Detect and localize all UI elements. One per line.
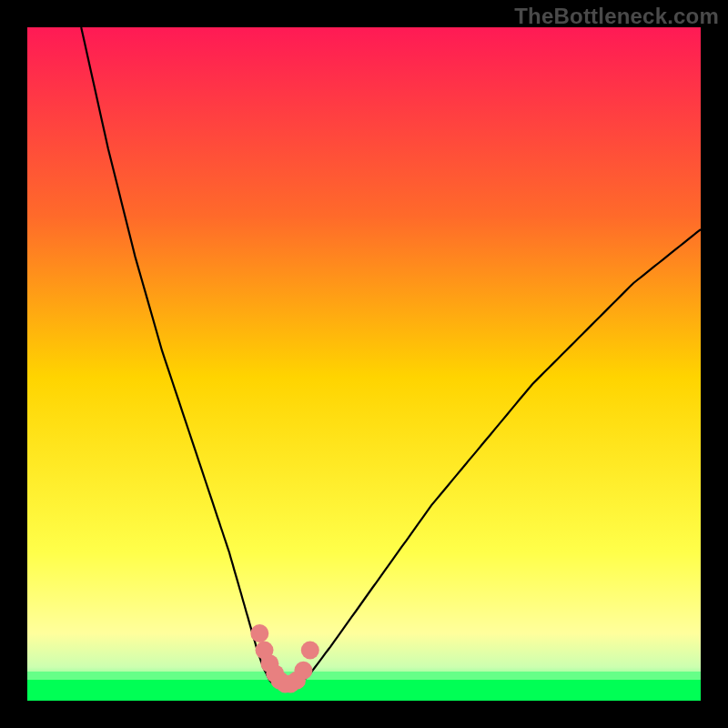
marker-dot: [250, 624, 268, 642]
green-good-zone-edge: [27, 672, 701, 680]
bottleneck-chart: [27, 27, 701, 701]
attribution-text: TheBottleneck.com: [514, 4, 719, 29]
green-good-zone: [27, 680, 701, 701]
marker-dot: [294, 662, 312, 680]
marker-dot: [301, 642, 319, 660]
chart-frame: TheBottleneck.com: [0, 0, 728, 728]
